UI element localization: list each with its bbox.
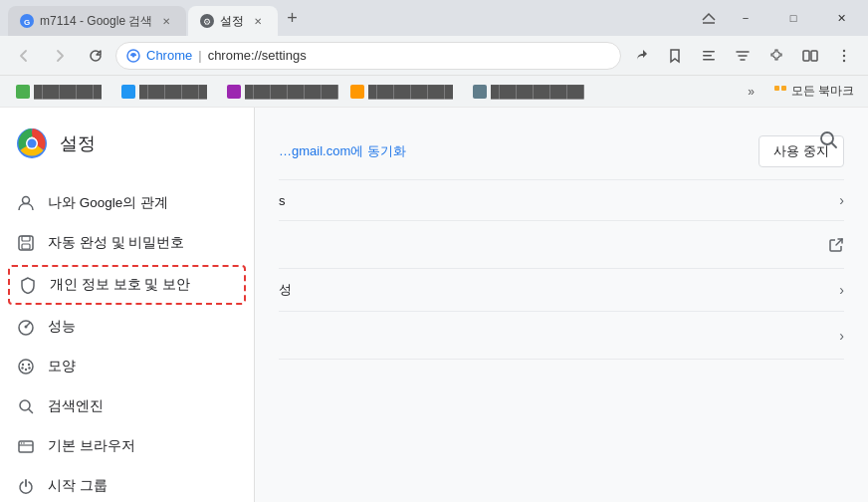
sidebar-item-search-label: 검색엔진	[48, 397, 238, 415]
nav-right-buttons	[625, 40, 860, 72]
title-bar: G m7114 - Google 검색 ✕ ⚙ 설정 ✕ + −	[0, 0, 868, 36]
bookmark3-label: ██████████████	[245, 85, 338, 99]
safety-chevron-icon: ›	[839, 192, 844, 208]
bookmark-item-3[interactable]: ██████████████	[219, 82, 338, 102]
extensions-button[interactable]	[760, 40, 792, 72]
person-icon	[16, 193, 36, 213]
tab1-close-button[interactable]: ✕	[158, 13, 174, 29]
svg-point-36	[21, 442, 23, 444]
sidebar-item-startup-label: 시작 그룹	[48, 477, 238, 495]
bookmark-button[interactable]	[659, 40, 691, 72]
bookmarks-more-button[interactable]: »	[740, 80, 763, 104]
sync-title: …gmail.com에 동기화	[279, 142, 759, 160]
forward-button[interactable]	[44, 40, 76, 72]
bookmark2-label: ████████	[139, 85, 207, 99]
all-bookmarks-label: 모든 북마크	[791, 83, 854, 100]
tab2-close-button[interactable]: ✕	[250, 13, 266, 29]
sidebar-header: 설정	[0, 108, 254, 175]
bookmarks-right: » 모든 북마크	[740, 80, 860, 104]
svg-rect-9	[703, 59, 715, 61]
back-button[interactable]	[8, 40, 40, 72]
sidebar-item-performance[interactable]: 성능	[0, 307, 254, 347]
sidebar-item-privacy-label: 개인 정보 보호 및 보안	[50, 276, 236, 294]
svg-text:G: G	[24, 18, 30, 27]
right-panel: …gmail.com에 동기화 사용 중지 s › 성 ›	[255, 108, 868, 502]
svg-rect-24	[22, 244, 30, 249]
sidebar-item-performance-label: 성능	[48, 318, 238, 336]
svg-point-28	[28, 364, 30, 366]
address-bar[interactable]: Chrome | chrome://settings	[115, 42, 621, 70]
tab-stack-button[interactable]	[695, 4, 723, 32]
sidebar-item-appearance[interactable]: 모양	[0, 347, 254, 386]
safety-title: s	[279, 193, 839, 208]
share-button[interactable]	[625, 40, 657, 72]
sidebar-title: 설정	[60, 131, 96, 155]
address-separator: |	[198, 48, 201, 63]
tab-settings[interactable]: ⚙ 설정 ✕	[188, 6, 278, 36]
svg-point-29	[25, 369, 27, 371]
sidebar-item-privacy[interactable]: 개인 정보 보호 및 보안	[8, 265, 246, 305]
settings-row-external[interactable]	[279, 221, 844, 269]
sidebar-item-google-label: 나와 Google의 관계	[48, 194, 238, 212]
settings-row-more[interactable]: ›	[279, 312, 844, 360]
bookmark5-favicon	[473, 85, 487, 99]
svg-line-33	[29, 409, 33, 413]
sidebar-item-google[interactable]: 나와 Google의 관계	[0, 183, 254, 223]
speed-icon	[16, 317, 36, 337]
filter-button[interactable]	[727, 40, 759, 72]
sidebar-item-browser[interactable]: 기본 브라우저	[0, 426, 254, 466]
svg-point-12	[843, 49, 845, 51]
bookmark4-label: ██████████	[368, 85, 453, 99]
sidebar-item-autofill[interactable]: 자동 완성 및 비밀번호	[0, 223, 254, 263]
svg-rect-11	[811, 51, 817, 61]
svg-point-27	[22, 364, 24, 366]
sync-text: …gmail.com에 동기화	[279, 142, 759, 160]
sidebar-nav: 나와 Google의 관계 자동 완성 및 비밀번호 개인 정보 보호 및 보안	[0, 175, 254, 502]
external-link-icon	[828, 237, 844, 253]
svg-point-30	[21, 367, 23, 369]
sidebar-item-browser-label: 기본 브라우저	[48, 437, 238, 455]
svg-point-14	[843, 59, 845, 61]
bookmark2-favicon	[121, 85, 135, 99]
settings-row-advanced[interactable]: 성 ›	[279, 269, 844, 312]
svg-point-38	[821, 132, 833, 144]
sidebar-item-autofill-label: 자동 완성 및 비밀번호	[48, 234, 238, 252]
sidebar: 설정 나와 Google의 관계 자동 완성 및 비밀번호	[0, 108, 255, 502]
svg-rect-16	[781, 86, 786, 91]
bookmark-item-5[interactable]: ████████████	[465, 82, 584, 102]
bookmark-item-1[interactable]: ████████	[8, 82, 109, 102]
minimize-button[interactable]: −	[723, 0, 768, 36]
new-tab-button[interactable]: +	[278, 4, 306, 32]
svg-rect-10	[803, 51, 809, 61]
close-button[interactable]: ✕	[818, 0, 864, 36]
bookmark5-label: ████████████	[491, 85, 584, 99]
search-icon	[16, 396, 36, 416]
settings-row-sync: …gmail.com에 동기화 사용 중지	[279, 124, 844, 180]
maximize-button[interactable]: □	[770, 0, 816, 36]
address-path: chrome://settings	[208, 48, 307, 63]
tab-search-button[interactable]	[693, 40, 725, 72]
sidebar-item-search[interactable]: 검색엔진	[0, 386, 254, 426]
bookmark1-favicon	[16, 85, 30, 99]
tab-google-search[interactable]: G m7114 - Google 검색 ✕	[8, 6, 186, 36]
window-controls: − □ ✕	[723, 0, 868, 36]
settings-search-button[interactable]	[812, 124, 844, 155]
menu-button[interactable]	[828, 40, 860, 72]
palette-icon	[16, 357, 36, 376]
svg-rect-22	[19, 236, 33, 250]
all-bookmarks-button[interactable]: 모든 북마크	[767, 80, 860, 103]
sync-label: …gmail.com에 동기화	[279, 143, 406, 158]
bookmark-item-2[interactable]: ████████	[113, 82, 215, 102]
sidebar-item-startup[interactable]: 시작 그룹	[0, 466, 254, 502]
refresh-button[interactable]	[80, 40, 111, 72]
tab2-favicon: ⚙	[200, 14, 214, 28]
main-content: 설정 나와 Google의 관계 자동 완성 및 비밀번호	[0, 108, 868, 502]
safety-text: s	[279, 193, 839, 208]
advanced-title: 성	[279, 281, 839, 299]
address-chrome: Chrome	[146, 48, 192, 63]
svg-rect-15	[774, 86, 779, 91]
bookmark-item-4[interactable]: ██████████	[342, 82, 461, 102]
split-screen-button[interactable]	[794, 40, 826, 72]
svg-point-21	[23, 197, 30, 204]
settings-row-safety[interactable]: s ›	[279, 180, 844, 221]
